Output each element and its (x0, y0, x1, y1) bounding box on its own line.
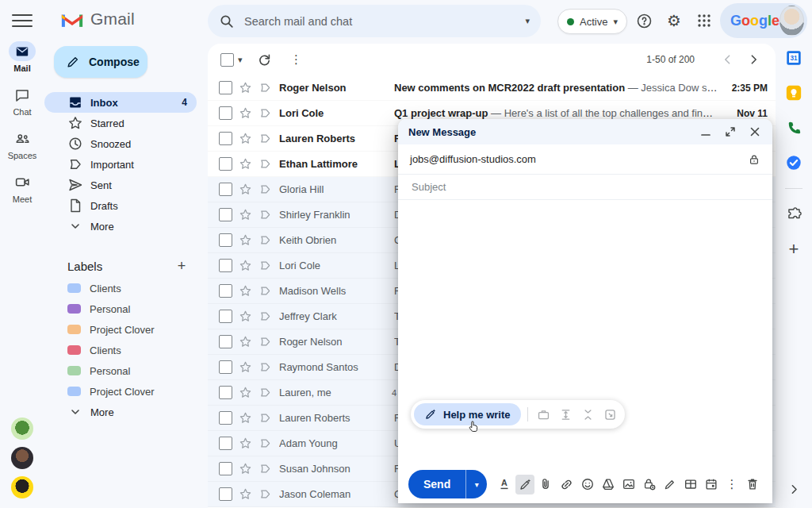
sidebar-label-item[interactable]: Personal (44, 298, 208, 319)
rail-item[interactable]: Mail (0, 41, 44, 73)
contact-avatar[interactable] (11, 447, 33, 469)
importance-marker-icon[interactable] (258, 157, 272, 171)
refresh-icon[interactable] (255, 50, 274, 69)
star-icon[interactable] (238, 284, 252, 298)
sidebar-item[interactable]: More (44, 216, 197, 237)
row-checkbox[interactable] (219, 259, 232, 272)
sidebar-item[interactable]: Important (44, 154, 197, 175)
importance-marker-icon[interactable] (258, 132, 272, 146)
row-checkbox[interactable] (219, 233, 232, 247)
star-icon[interactable] (238, 487, 252, 502)
elaborate-icon[interactable] (557, 405, 576, 424)
importance-marker-icon[interactable] (258, 233, 272, 248)
more-send-options-icon[interactable]: ⋮ (722, 475, 741, 495)
voice-icon[interactable] (784, 118, 803, 137)
next-page-icon[interactable] (744, 50, 763, 69)
compose-body[interactable]: Help me write (398, 200, 772, 465)
signature-pen-icon[interactable] (661, 475, 680, 495)
importance-marker-icon[interactable] (258, 183, 272, 197)
contact-avatar[interactable] (11, 476, 33, 498)
row-checkbox[interactable] (219, 310, 232, 323)
subject-input[interactable] (410, 180, 760, 194)
confidential-mode-icon[interactable] (640, 475, 659, 495)
row-checkbox[interactable] (219, 106, 232, 120)
row-checkbox[interactable] (219, 208, 232, 221)
formatting-options-icon[interactable]: A (495, 475, 514, 495)
insert-photo-icon[interactable] (619, 475, 638, 495)
importance-marker-icon[interactable] (258, 437, 272, 451)
settings-gear-icon[interactable]: ⚙ (665, 11, 684, 30)
sidebar-item[interactable]: Inbox 4 (44, 92, 197, 113)
sidebar-item[interactable]: Sent (44, 175, 197, 195)
row-checkbox[interactable] (219, 437, 232, 450)
chat-status-selector[interactable]: Active ▾ (557, 9, 627, 34)
apps-grid-icon[interactable] (695, 11, 714, 30)
account-chip[interactable]: Google (720, 3, 807, 38)
drive-icon[interactable] (599, 475, 618, 495)
row-checkbox[interactable] (219, 132, 232, 145)
star-icon[interactable] (238, 386, 252, 400)
labels-more[interactable]: More (44, 402, 208, 422)
row-checkbox[interactable] (219, 462, 232, 475)
rail-item[interactable]: Chat (0, 85, 44, 117)
attach-file-icon[interactable] (536, 475, 555, 495)
star-icon[interactable] (238, 183, 252, 197)
row-checkbox[interactable] (219, 360, 232, 374)
importance-marker-icon[interactable] (258, 284, 272, 298)
sidebar-label-item[interactable]: Project Clover (44, 319, 208, 340)
calendar-event-icon[interactable] (702, 475, 721, 495)
rail-item[interactable]: Spaces (0, 129, 44, 160)
row-checkbox[interactable] (219, 386, 232, 399)
search-options-caret-icon[interactable]: ▾ (525, 16, 530, 26)
importance-marker-icon[interactable] (258, 487, 272, 502)
sidebar-item[interactable]: Snoozed (44, 133, 197, 154)
send-button[interactable]: Send (408, 470, 465, 498)
star-icon[interactable] (238, 259, 252, 273)
star-icon[interactable] (238, 106, 252, 121)
row-checkbox[interactable] (219, 411, 232, 425)
addons-puzzle-icon[interactable] (784, 205, 803, 224)
star-icon[interactable] (238, 157, 252, 171)
send-options-caret-icon[interactable]: ▾ (465, 470, 487, 498)
keep-icon[interactable] (784, 83, 803, 102)
sidebar-label-item[interactable]: Clients (44, 278, 208, 298)
help-me-write-toolbar-icon[interactable] (515, 475, 534, 495)
star-icon[interactable] (238, 208, 252, 222)
insert-emoji-icon[interactable] (577, 475, 596, 495)
star-icon[interactable] (238, 437, 252, 451)
sidebar-label-item[interactable]: Personal (44, 360, 208, 381)
more-options-icon[interactable]: ⋮ (287, 50, 306, 69)
importance-marker-icon[interactable] (258, 462, 272, 476)
select-options-caret-icon[interactable]: ▾ (238, 55, 243, 65)
importance-marker-icon[interactable] (258, 106, 272, 121)
star-icon[interactable] (238, 360, 252, 375)
star-icon[interactable] (238, 132, 252, 146)
search-input[interactable] (243, 14, 525, 29)
hamburger-menu-icon[interactable] (12, 11, 33, 30)
row-checkbox[interactable] (219, 81, 232, 94)
importance-marker-icon[interactable] (258, 259, 272, 273)
row-checkbox[interactable] (219, 487, 232, 501)
importance-marker-icon[interactable] (258, 81, 272, 95)
minimize-icon[interactable] (699, 125, 713, 139)
star-icon[interactable] (238, 411, 252, 425)
importance-marker-icon[interactable] (258, 208, 272, 222)
importance-marker-icon[interactable] (258, 335, 272, 349)
email-row[interactable]: Roger Nelson New comments on MCR2022 dra… (208, 75, 776, 101)
sidebar-label-item[interactable]: Project Clover (44, 381, 208, 402)
rail-item[interactable]: Meet (0, 172, 44, 204)
calendar-icon[interactable]: 31 (784, 48, 803, 67)
contact-avatar[interactable] (11, 418, 33, 440)
row-checkbox[interactable] (219, 335, 232, 348)
sidebar-label-item[interactable]: Clients (44, 340, 208, 360)
sidebar-item[interactable]: Drafts (44, 195, 197, 216)
layout-icon[interactable] (681, 475, 700, 495)
search-icon[interactable] (219, 13, 235, 29)
compose-button[interactable]: Compose (54, 46, 147, 78)
retry-icon[interactable] (601, 405, 620, 424)
user-avatar[interactable] (779, 6, 804, 36)
row-checkbox[interactable] (219, 284, 232, 298)
row-checkbox[interactable] (219, 183, 232, 196)
compose-header[interactable]: New Message (398, 119, 772, 144)
pop-out-icon[interactable] (723, 125, 737, 139)
